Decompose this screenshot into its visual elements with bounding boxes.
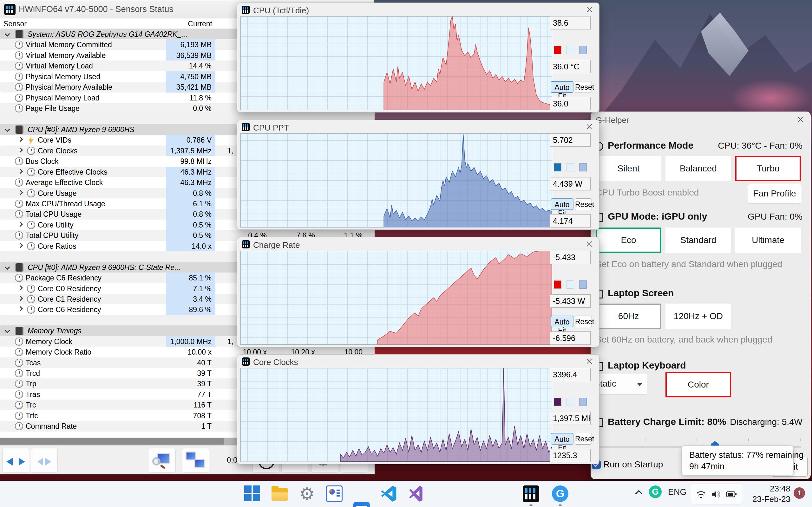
chevron-right-icon[interactable] <box>18 137 23 142</box>
auto-fit-button[interactable]: Auto Fit <box>551 316 573 327</box>
fan-profile-button[interactable]: Fan Profile <box>748 184 801 204</box>
sensor-label: Trfc <box>26 412 38 420</box>
standard-button[interactable]: Standard <box>665 228 731 253</box>
chevron-right-icon[interactable] <box>18 222 23 227</box>
chevron-right-icon[interactable] <box>18 190 23 195</box>
start-button[interactable] <box>244 486 260 501</box>
chevron-down-icon[interactable] <box>5 328 10 333</box>
chevron-right-icon[interactable] <box>18 285 23 290</box>
graph-title: Charge Rate <box>253 240 300 250</box>
expand-columns-button[interactable] <box>2 448 29 473</box>
auto-fit-button[interactable]: Auto Fit <box>551 433 573 445</box>
hwinfo-icon <box>242 240 250 248</box>
graph-series <box>241 134 552 227</box>
visual-studio-icon[interactable] <box>408 486 424 502</box>
hwinfo-taskbar-icon[interactable] <box>523 486 539 502</box>
chevron-right-icon[interactable] <box>18 306 23 312</box>
sensor-current-value: 36,539 MB <box>166 50 215 60</box>
remote-monitor-button[interactable] <box>182 448 209 473</box>
sensor-current-value: 116 T <box>166 400 215 410</box>
eco-button[interactable]: Eco <box>596 228 661 253</box>
chevron-right-icon[interactable] <box>18 169 23 174</box>
reset-button[interactable]: Reset <box>575 199 592 210</box>
chevron-down-icon[interactable] <box>5 32 10 37</box>
tray-chevron-up-icon[interactable] <box>635 490 643 498</box>
close-icon[interactable] <box>585 240 594 248</box>
sensor-current-value: 1,000.0 MHz <box>166 336 215 347</box>
grid-color-swatch[interactable] <box>579 46 587 54</box>
monitor-icon <box>194 459 205 468</box>
sensor-icon <box>15 72 23 81</box>
grid-color-swatch[interactable] <box>579 398 587 406</box>
grid-color-swatch[interactable] <box>579 280 587 289</box>
tray-quick-settings[interactable] <box>691 484 742 504</box>
balanced-button[interactable]: Balanced <box>665 156 731 181</box>
horizontal-scrollbar-thumb[interactable] <box>0 438 224 445</box>
sensor-icon <box>15 412 23 420</box>
graph-window-cpu-ppt[interactable]: CPU PPT 5.702 4.439 W Auto Fit Reset 4.1… <box>237 120 600 230</box>
background-color-swatch[interactable] <box>566 280 574 289</box>
sensor-icon <box>15 51 23 60</box>
close-icon[interactable] <box>585 123 594 131</box>
chevron-down-icon[interactable] <box>5 126 10 132</box>
series-color-swatch[interactable] <box>554 163 561 171</box>
sensor-current-value: 3.4 % <box>166 294 215 304</box>
color-button[interactable]: Color <box>665 372 731 397</box>
auto-fit-button[interactable]: Auto Fit <box>551 81 573 93</box>
sensor-label: Core C1 Residency <box>38 295 101 303</box>
sensor-label: CPU [#0]: AMD Ryzen 9 6900HS: C-State Re… <box>28 263 181 272</box>
grid-color-swatch[interactable] <box>579 163 587 171</box>
refresh-60hz-button[interactable]: 60Hz <box>596 303 661 329</box>
background-color-swatch[interactable] <box>566 398 574 406</box>
reset-button[interactable]: Reset <box>575 433 592 445</box>
graph-window-cpu-tctl[interactable]: CPU (Tctl/Tdie) 38.6 36.0 °C Auto Fit Re… <box>237 3 600 112</box>
close-icon[interactable] <box>585 357 594 365</box>
sensor-label: Virtual Memory Available <box>26 51 106 60</box>
close-icon[interactable] <box>796 115 804 124</box>
graph-window-core-clocks[interactable]: Core Clocks 3396.4 1,397.5 MHz Auto Fit … <box>237 354 600 464</box>
vs-code-icon[interactable] <box>380 486 397 502</box>
background-color-swatch[interactable] <box>566 163 574 171</box>
tray-clock[interactable]: 23:48 23-Feb-23 <box>746 484 791 504</box>
sensor-current-value: 1,397.5 MHz <box>166 146 215 156</box>
collapse-columns-button[interactable] <box>31 448 58 473</box>
reset-button[interactable]: Reset <box>575 316 592 327</box>
screen-note: Set 60Hz on battery, and back when plugg… <box>596 335 772 345</box>
chevron-down-icon[interactable] <box>5 264 10 270</box>
tray-date: 23-Feb-23 <box>746 494 791 504</box>
column-header-current[interactable]: Current <box>174 20 212 28</box>
silent-button[interactable]: Silent <box>596 156 661 181</box>
sensor-icon <box>15 157 23 165</box>
chevron-right-icon[interactable] <box>18 296 23 301</box>
graph-series <box>241 16 552 110</box>
series-color-swatch[interactable] <box>554 46 561 54</box>
system-summary-button[interactable] <box>149 448 176 473</box>
auto-fit-button[interactable]: Auto Fit <box>551 199 573 210</box>
settings-icon[interactable] <box>299 486 315 502</box>
sensor-icon <box>16 263 22 272</box>
close-icon[interactable] <box>585 5 594 14</box>
background-color-swatch[interactable] <box>566 46 574 54</box>
series-color-swatch[interactable] <box>554 280 561 289</box>
chevron-right-icon[interactable] <box>18 148 23 153</box>
graph-window-charge-rate[interactable]: Charge Rate -5.433 -5.433 W Auto Fit Res… <box>237 237 600 347</box>
chevron-right-icon[interactable] <box>18 243 23 248</box>
turbo-button[interactable]: Turbo <box>735 156 801 181</box>
sensor-current-value: 0.8 % <box>166 209 215 219</box>
g-helper-taskbar-icon[interactable] <box>552 486 568 502</box>
ultimate-button[interactable]: Ultimate <box>735 228 801 253</box>
notification-badge[interactable]: 1 <box>794 487 805 499</box>
language-indicator[interactable]: ENG <box>668 487 687 497</box>
system-monitor-icon[interactable] <box>326 486 343 502</box>
magnifier-icon <box>152 457 160 465</box>
series-color-swatch[interactable] <box>554 398 561 406</box>
reset-button[interactable]: Reset <box>575 81 592 93</box>
file-explorer-icon[interactable] <box>271 486 288 502</box>
run-on-startup-label: Run on Startup <box>603 459 663 469</box>
column-header-sensor[interactable]: Sensor <box>3 20 27 28</box>
mail-icon[interactable] <box>353 502 370 507</box>
refresh-120hz-button[interactable]: 120Hz + OD <box>665 303 731 329</box>
uptime-text: 0:0 <box>227 456 237 464</box>
grammarly-tray-icon[interactable] <box>649 486 662 498</box>
graph-max-value: 38.6 <box>550 16 591 30</box>
